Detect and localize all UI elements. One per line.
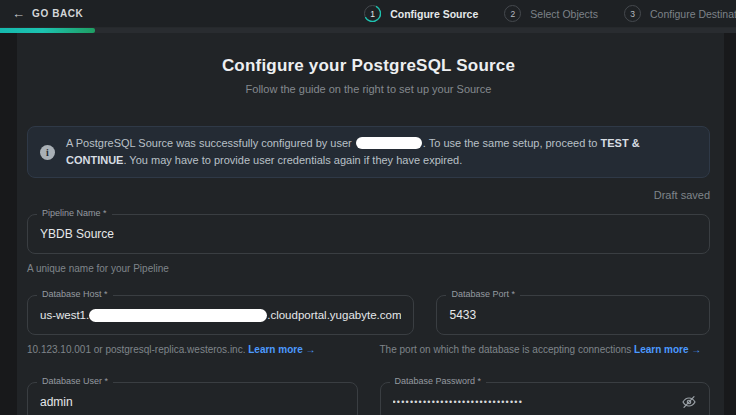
redacted-username xyxy=(356,137,422,149)
host-port-row: Database Host * us-west1..cloudportal.yu… xyxy=(27,295,710,335)
page-subtitle: Follow the guide on the right to set up … xyxy=(27,83,710,95)
database-user-value: admin xyxy=(40,395,73,409)
info-banner: i A PostgreSQL Source was successfully c… xyxy=(27,126,710,178)
info-banner-text: A PostgreSQL Source was successfully con… xyxy=(66,135,697,169)
database-port-group: Database Port * 5433 xyxy=(436,295,710,335)
database-host-value: us-west1..cloudportal.yugabyte.com xyxy=(40,309,401,322)
host-value-suffix: .cloudportal.yugabyte.com xyxy=(267,309,401,321)
toggle-password-visibility-button[interactable] xyxy=(681,394,697,410)
wizard-stepper: 1 Configure Source 2 Select Objects 3 Co… xyxy=(364,5,736,22)
user-password-row: Database User * admin Database Password … xyxy=(27,382,710,415)
database-host-group: Database Host * us-west1..cloudportal.yu… xyxy=(27,295,414,335)
database-host-input[interactable]: Database Host * us-west1..cloudportal.yu… xyxy=(27,295,414,335)
top-bar: ← GO BACK 1 Configure Source 2 Select Ob… xyxy=(0,0,736,28)
host-learn-more-link[interactable]: Learn more → xyxy=(248,344,315,355)
step-configure-source[interactable]: 1 Configure Source xyxy=(364,5,478,22)
banner-text-after-cta: . You may have to provide user credentia… xyxy=(123,154,462,166)
configure-source-panel: Configure your PostgreSQL Source Follow … xyxy=(17,33,724,415)
step-configure-destination[interactable]: 3 Configure Destination xyxy=(624,5,736,22)
step-2-number: 2 xyxy=(510,9,515,19)
pipeline-name-input[interactable]: Pipeline Name * YBDB Source xyxy=(27,214,710,254)
step-3-number: 3 xyxy=(630,9,635,19)
go-back-label: GO BACK xyxy=(32,8,83,19)
pipeline-name-value: YBDB Source xyxy=(40,227,114,241)
banner-text-after-user: . To use the same setup, proceed to xyxy=(423,137,601,149)
page-title: Configure your PostgreSQL Source xyxy=(27,33,710,76)
database-host-helper: 10.123.10.001 or postgresql-replica.west… xyxy=(27,344,358,355)
info-icon: i xyxy=(40,145,55,160)
host-port-helpers: 10.123.10.001 or postgresql-replica.west… xyxy=(27,335,710,355)
step-1-circle: 1 xyxy=(364,5,381,22)
database-port-helper: The port on which the database is accept… xyxy=(380,344,711,355)
database-user-label: Database User * xyxy=(37,376,113,386)
draft-saved-status: Draft saved xyxy=(27,189,710,201)
back-arrow-icon: ← xyxy=(12,7,25,20)
step-3-circle: 3 xyxy=(624,5,641,22)
port-helper-text: The port on which the database is accept… xyxy=(380,344,635,355)
step-3-label: Configure Destination xyxy=(650,8,736,20)
step-2-circle: 2 xyxy=(504,5,521,22)
database-port-label: Database Port * xyxy=(446,289,520,299)
step-2-label: Select Objects xyxy=(530,8,598,20)
host-helper-text: 10.123.10.001 or postgresql-replica.west… xyxy=(27,344,248,355)
banner-text-before-user: A PostgreSQL Source was successfully con… xyxy=(66,137,355,149)
pipeline-name-label: Pipeline Name * xyxy=(37,208,112,218)
eye-off-icon xyxy=(681,394,697,410)
host-value-prefix: us-west1. xyxy=(40,309,89,321)
database-password-value: •••••••••••••••••••••••••••••• xyxy=(393,397,524,407)
database-port-input[interactable]: Database Port * 5433 xyxy=(436,295,710,335)
step-1-label: Configure Source xyxy=(390,8,478,20)
go-back-button[interactable]: ← GO BACK xyxy=(12,7,83,20)
redacted-host-segment xyxy=(89,309,267,322)
port-learn-more-link[interactable]: Learn more → xyxy=(634,344,701,355)
step-select-objects[interactable]: 2 Select Objects xyxy=(504,5,598,22)
database-host-label: Database Host * xyxy=(37,289,113,299)
database-port-value: 5433 xyxy=(449,308,476,322)
database-user-input[interactable]: Database User * admin xyxy=(27,382,358,415)
pipeline-name-helper: A unique name for your Pipeline xyxy=(27,263,710,274)
database-password-label: Database Password * xyxy=(390,376,487,386)
step-progress-arc-icon xyxy=(364,5,381,22)
database-password-input[interactable]: Database Password * ••••••••••••••••••••… xyxy=(380,382,711,415)
